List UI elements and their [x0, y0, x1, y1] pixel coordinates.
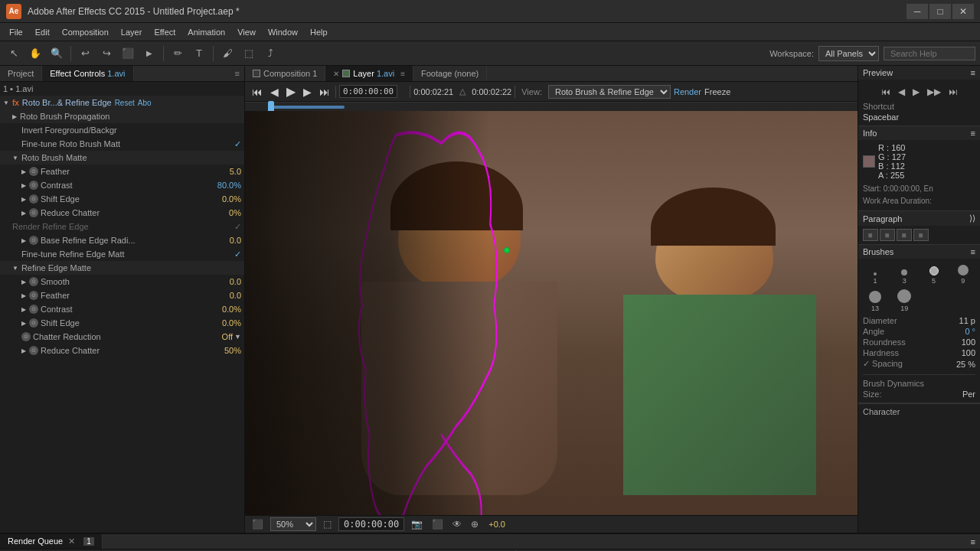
reduce-chatter-stopwatch[interactable]: ⊙: [29, 208, 38, 217]
menu-edit[interactable]: Edit: [29, 26, 56, 38]
feather-value[interactable]: 5.0: [230, 167, 241, 176]
shift-edge2-stopwatch[interactable]: ⊙: [29, 318, 38, 328]
prev-frame-btn[interactable]: ⏮: [879, 86, 893, 98]
base-refine-value[interactable]: 0.0: [230, 236, 241, 245]
pb-prev-frame[interactable]: ◀: [268, 85, 281, 99]
feather-triangle[interactable]: ▶: [21, 168, 26, 175]
mask-btn[interactable]: ⬛: [430, 518, 446, 530]
size-value[interactable]: Per: [962, 390, 975, 399]
reduce-chatter2-triangle[interactable]: ▶: [21, 347, 26, 354]
effect-controls-tab[interactable]: Effect Controls 1.avi: [42, 66, 133, 81]
roundness-value[interactable]: 100: [962, 337, 975, 347]
brush-preset-5[interactable]: 5: [922, 266, 946, 285]
chatter-dropdown[interactable]: ▼: [234, 333, 241, 341]
workspace-select[interactable]: All Panels: [818, 46, 879, 61]
menu-layer[interactable]: Layer: [115, 26, 149, 38]
minimize-button[interactable]: ─: [906, 4, 928, 19]
info-header[interactable]: Info ≡: [858, 126, 980, 140]
align-right[interactable]: ≡: [897, 229, 912, 241]
align-left[interactable]: ≡: [863, 229, 878, 241]
shift-edge2-value[interactable]: 0.0%: [222, 318, 241, 328]
tab-footage[interactable]: Footage (none): [413, 66, 487, 81]
view-mode-select[interactable]: Roto Brush & Refine Edge: [548, 85, 671, 99]
refine-matte-triangle[interactable]: ▼: [12, 265, 18, 272]
paragraph-header[interactable]: Paragraph ⟩⟩: [858, 211, 980, 226]
reduce-chatter-triangle[interactable]: ▶: [21, 210, 26, 217]
diameter-value[interactable]: 11 p: [959, 316, 975, 325]
step-back-btn[interactable]: ◀: [896, 86, 907, 98]
tool-text[interactable]: T: [190, 44, 208, 63]
paragraph-menu[interactable]: ⟩⟩: [969, 214, 975, 223]
spacing-value[interactable]: 25 %: [956, 360, 975, 369]
menu-effect[interactable]: Effect: [148, 26, 181, 38]
hardness-value[interactable]: 100: [962, 348, 975, 357]
contrast2-triangle[interactable]: ▶: [21, 306, 26, 313]
align-center[interactable]: ≡: [880, 229, 895, 241]
rq-close[interactable]: ✕: [68, 536, 75, 546]
pb-next-frame[interactable]: ▶: [301, 85, 314, 99]
feather2-stopwatch[interactable]: ⊙: [29, 291, 38, 300]
shift-edge-value[interactable]: 0.0%: [222, 194, 241, 204]
maximize-button[interactable]: □: [929, 4, 951, 19]
menu-help[interactable]: Help: [304, 26, 334, 38]
smooth-triangle[interactable]: ▶: [21, 279, 26, 285]
shift-edge-stopwatch[interactable]: ⊙: [29, 194, 38, 204]
tool-select[interactable]: ↖: [5, 44, 23, 63]
reduce-chatter2-value[interactable]: 50%: [224, 346, 241, 355]
tool-zoom[interactable]: 🔍: [47, 44, 66, 63]
chatter-stopwatch[interactable]: ⊙: [21, 332, 31, 341]
feather2-triangle[interactable]: ▶: [21, 292, 26, 299]
reduce-chatter-value[interactable]: 0%: [229, 208, 241, 217]
menu-animation[interactable]: Animation: [181, 26, 231, 38]
menu-file[interactable]: File: [3, 26, 29, 38]
menu-window[interactable]: Window: [262, 26, 304, 38]
brushes-menu[interactable]: ≡: [971, 247, 975, 256]
pb-skip-end[interactable]: ⏭: [317, 85, 332, 99]
zoom-select[interactable]: 50% 100%: [270, 517, 316, 531]
view-btn[interactable]: 👁: [450, 518, 464, 530]
play-btn-right[interactable]: ▶: [910, 86, 922, 98]
close-button[interactable]: ✕: [952, 4, 974, 19]
ec-effect-triangle[interactable]: ▼: [3, 99, 9, 106]
freeze-button[interactable]: Freeze: [704, 87, 730, 96]
render-queue-tab[interactable]: Render Queue ✕ 1: [0, 534, 103, 549]
feather-stopwatch[interactable]: ⊙: [29, 167, 38, 176]
tool-stamp[interactable]: ⬚: [240, 44, 258, 63]
current-time-display[interactable]: 0:00:00:00: [339, 85, 397, 98]
scrubber[interactable]: [245, 102, 858, 111]
tool-pen[interactable]: ✏: [168, 44, 187, 63]
brush-preset-13[interactable]: 13: [863, 291, 887, 312]
panel-menu-icon[interactable]: ≡: [230, 66, 244, 81]
feather2-value[interactable]: 0.0: [230, 291, 241, 300]
info-menu[interactable]: ≡: [971, 129, 975, 138]
tool-box[interactable]: ⬛: [119, 44, 137, 63]
align-justify[interactable]: ≡: [913, 229, 929, 241]
tab-composition[interactable]: Composition 1: [245, 66, 325, 81]
base-refine-stopwatch[interactable]: ⊙: [29, 236, 38, 245]
camera-btn[interactable]: 📷: [409, 518, 425, 530]
contrast2-stopwatch[interactable]: ⊙: [29, 305, 38, 314]
smooth-value[interactable]: 0.0: [230, 277, 241, 286]
brushes-header[interactable]: Brushes ≡: [858, 245, 980, 259]
propagation-triangle[interactable]: ▶: [12, 113, 17, 120]
search-help-input[interactable]: [884, 47, 975, 60]
shift-edge2-triangle[interactable]: ▶: [21, 320, 26, 327]
next-frame-btn[interactable]: ⏭: [946, 86, 960, 98]
contrast2-value[interactable]: 0.0%: [222, 305, 241, 314]
preview-menu[interactable]: ≡: [971, 68, 975, 77]
menu-view[interactable]: View: [231, 26, 262, 38]
tab-layer[interactable]: ✕ Layer 1.avi ≡: [325, 66, 413, 81]
chatter-value[interactable]: Off: [222, 332, 233, 341]
step-fwd-btn[interactable]: ▶▶: [925, 86, 943, 98]
tool-preview[interactable]: ▶: [140, 44, 158, 63]
about-button[interactable]: Abo: [138, 99, 152, 107]
render-toggle[interactable]: ⊕: [469, 518, 481, 530]
tool-puppet[interactable]: ⤴: [261, 44, 279, 63]
reduce-chatter2-stopwatch[interactable]: ⊙: [29, 346, 38, 355]
tool-redo[interactable]: ↪: [97, 44, 116, 63]
layer-tab-close[interactable]: ✕: [333, 70, 339, 78]
base-refine-triangle[interactable]: ▶: [21, 237, 26, 244]
menu-composition[interactable]: Composition: [56, 26, 115, 38]
reset-button[interactable]: Reset: [115, 99, 135, 107]
tool-undo[interactable]: ↩: [76, 44, 94, 63]
